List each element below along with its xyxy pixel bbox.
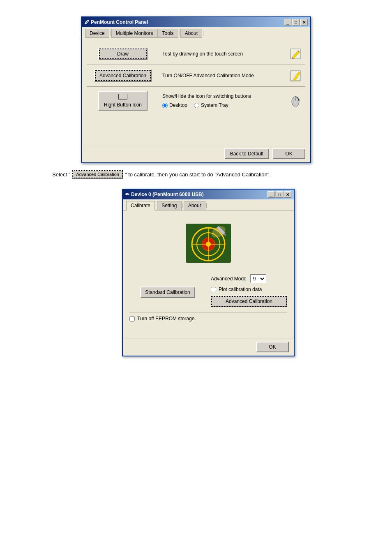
instruction-text-2: " to calibrate, then you can start to do… [125, 171, 271, 178]
window2-content: Standard Calibration Advanced Mode 9 16 … [123, 210, 294, 338]
titlebar-2: ✏ Device 0 (PenMount 6000 USB) _ □ ✕ [123, 190, 294, 199]
device-window: ✏ Device 0 (PenMount 6000 USB) _ □ ✕ Cal… [122, 189, 295, 356]
draw-btn-area: Draw [90, 48, 156, 60]
instruction-text-1: Select " [52, 171, 70, 178]
tab-about[interactable]: About [180, 29, 202, 38]
menubar-2: Calibrate | Setting | About | [123, 199, 294, 210]
device-window-wrapper: ✏ Device 0 (PenMount 6000 USB) _ □ ✕ Cal… [122, 185, 295, 356]
svg-point-11 [298, 99, 300, 101]
rbi-label: Right Button Icon [104, 102, 142, 108]
eeprom-label: Turn off EEPROM storage. [137, 316, 196, 321]
tab-device[interactable]: Device [85, 29, 109, 38]
window1-controls: _ □ ✕ [284, 19, 308, 25]
instruction-adv-calib-btn[interactable]: Advanced Calibration [72, 170, 123, 179]
advanced-calibration-button-2[interactable]: Advanced Calibration [211, 296, 287, 307]
titlebar-icon-2: ✏ [125, 192, 129, 197]
calib-left-area: Standard Calibration [129, 274, 206, 298]
back-to-default-button[interactable]: Back to Default [224, 148, 269, 159]
draw-button[interactable]: Draw [98, 48, 148, 60]
penMount-control-panel-window: 🖊 PenMount Control Panel _ □ ✕ Device | … [81, 16, 311, 163]
plot-calibration-label: Plot calibration data [219, 287, 262, 292]
menubar-1: Device | Multiple Monitors Tools | About… [82, 27, 310, 38]
system-tray-radio-label[interactable]: System Tray [194, 102, 228, 109]
desktop-radio-label[interactable]: Desktop [162, 102, 187, 109]
eeprom-row: Turn off EEPROM storage. [129, 312, 287, 325]
minimize-button-2[interactable]: _ [267, 191, 275, 198]
plot-calibration-checkbox[interactable] [211, 287, 216, 292]
tab-multiple-monitors[interactable]: Multiple Monitors [111, 29, 158, 38]
window1-ok-button[interactable]: OK [272, 148, 305, 159]
right-button-icon-button[interactable]: Right Button Icon [98, 91, 148, 111]
empty-space [87, 115, 305, 140]
window1-content: Draw Test by drarwing on the touch scree… [82, 38, 310, 145]
tab-setting[interactable]: Setting [157, 201, 181, 210]
tab-calibrate[interactable]: Calibrate [126, 201, 155, 210]
draw-pencil-icon [289, 47, 302, 60]
window2-ok-button[interactable]: OK [256, 342, 289, 352]
instruction-text: Select " Advanced Calibration " to calib… [52, 170, 340, 179]
advanced-calibration-button[interactable]: Advanced Calibration [94, 69, 152, 82]
window1-title-text: PenMount Control Panel [91, 19, 148, 25]
standard-calibration-button[interactable]: Standard Calibration [140, 287, 195, 298]
calib-controls: Standard Calibration Advanced Mode 9 16 … [129, 271, 287, 310]
tab-tools[interactable]: Tools [158, 29, 178, 38]
advanced-calibration-row: Advanced Calibration Turn ON/OFF Advance… [87, 65, 305, 87]
mouse-icon [289, 94, 302, 107]
small-rect-icon [118, 94, 127, 99]
adv-calib-desc: Turn ON/OFF Advanced Calibration Mode [162, 72, 282, 79]
rbi-desc: Show/Hide the icon for switching buttons… [162, 92, 282, 109]
window2-controls: _ □ ✕ [267, 191, 291, 198]
window1-bottom-bar: Back to Default OK [82, 145, 310, 162]
desktop-radio[interactable] [162, 103, 168, 108]
titlebar-1: 🖊 PenMount Control Panel _ □ ✕ [82, 17, 310, 27]
tab-about-2[interactable]: About [184, 201, 205, 210]
rbi-btn-area: Right Button Icon [90, 91, 156, 111]
window2-spacer [129, 325, 287, 333]
advanced-mode-row: Advanced Mode 9 16 25 9 [211, 274, 287, 283]
close-button-1[interactable]: ✕ [300, 19, 308, 25]
right-button-icon-row: Right Button Icon Show/Hide the icon for… [87, 87, 305, 115]
advanced-mode-label: Advanced Mode [211, 276, 247, 282]
window2-title-text: Device 0 (PenMount 6000 USB) [131, 192, 204, 197]
adv-calib-btn-area: Advanced Calibration [90, 69, 156, 82]
system-tray-radio-text: System Tray [201, 102, 228, 109]
calibration-target-image [186, 224, 231, 263]
window2-title: ✏ Device 0 (PenMount 6000 USB) [125, 192, 204, 197]
system-tray-radio[interactable] [194, 103, 199, 108]
window1-title: 🖊 PenMount Control Panel [84, 19, 148, 25]
desktop-radio-text: Desktop [169, 102, 187, 109]
plot-calibration-row: Plot calibration data [211, 287, 287, 292]
draw-tool-row: Draw Test by drarwing on the touch scree… [87, 43, 305, 65]
calibrate-icon [289, 69, 302, 82]
calibration-icon-area [129, 215, 287, 271]
calib-right-area: Advanced Mode 9 16 25 9 Plot calibration… [211, 274, 287, 307]
titlebar-icon-1: 🖊 [84, 19, 89, 25]
rbi-radio-group: Desktop System Tray [162, 102, 282, 109]
close-button-2[interactable]: ✕ [284, 191, 291, 198]
maximize-button-1[interactable]: □ [292, 19, 300, 25]
draw-desc: Test by drarwing on the touch screen [162, 50, 282, 58]
advanced-mode-select[interactable]: 9 16 25 [250, 274, 266, 283]
window2-bottom-bar: OK [123, 338, 294, 356]
maximize-button-2[interactable]: □ [276, 191, 283, 198]
eeprom-checkbox[interactable] [129, 316, 135, 321]
minimize-button-1[interactable]: _ [284, 19, 291, 25]
